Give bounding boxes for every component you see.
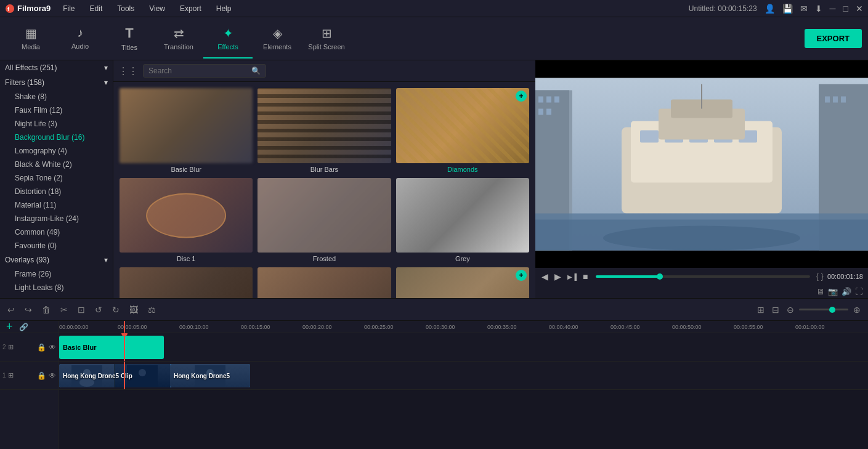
menu-export[interactable]: Export bbox=[177, 3, 204, 14]
tool-elements[interactable]: ◈ Elements bbox=[253, 18, 302, 59]
zoom-out-btn[interactable]: ⊕ bbox=[851, 304, 863, 316]
tool-effects[interactable]: ✦ Effects bbox=[203, 18, 253, 59]
ruler-45: 00:00:45:00 bbox=[610, 324, 640, 330]
message-icon[interactable]: ✉ bbox=[800, 4, 808, 14]
progress-bar[interactable] bbox=[596, 275, 810, 278]
track-1-lock-icon[interactable]: 🔒 bbox=[37, 371, 46, 380]
titles-icon: T bbox=[125, 25, 133, 41]
volume-btn[interactable]: 🔊 bbox=[842, 287, 851, 296]
effect-card-disc1[interactable]: Disc 1 bbox=[120, 178, 253, 263]
filter-shake[interactable]: Shake (8) bbox=[0, 90, 113, 103]
monitor-btn[interactable]: 🖥 bbox=[816, 287, 824, 296]
menu-file[interactable]: File bbox=[60, 3, 77, 14]
bracket-left[interactable]: { bbox=[816, 272, 819, 281]
track-1-eye-icon[interactable]: 👁 bbox=[49, 371, 56, 380]
tool-audio[interactable]: ♪ Audio bbox=[55, 18, 105, 59]
close-btn[interactable]: ✕ bbox=[856, 4, 863, 14]
maximize-btn[interactable]: □ bbox=[843, 4, 848, 14]
tool-titles[interactable]: T Titles bbox=[105, 18, 154, 59]
effect-card-blur-bars[interactable]: Blur Bars bbox=[258, 88, 391, 173]
filter-faux-film[interactable]: Faux Film (12) bbox=[0, 103, 113, 117]
effect-thumb-grey bbox=[396, 178, 529, 253]
menu-edit[interactable]: Edit bbox=[87, 3, 105, 14]
link-icon[interactable]: 🔗 bbox=[19, 323, 28, 331]
tool-transition[interactable]: ⇄ Transition bbox=[154, 18, 203, 59]
video-clip-2[interactable]: Hong Kong Drone5 bbox=[170, 364, 250, 387]
menu-view[interactable]: View bbox=[147, 3, 168, 14]
tool-media[interactable]: ▦ Media bbox=[6, 18, 55, 59]
redo2-btn[interactable]: ↻ bbox=[110, 304, 122, 316]
ruler-30: 00:00:30:00 bbox=[426, 324, 455, 330]
effect-clip-basic-blur[interactable]: Basic Blur bbox=[59, 336, 164, 359]
play-btn[interactable]: ▶ bbox=[553, 270, 562, 283]
save-icon[interactable]: 💾 bbox=[782, 4, 793, 14]
effect-card-7[interactable] bbox=[120, 267, 253, 298]
filters-header[interactable]: Filters (158) ▾ bbox=[0, 75, 113, 90]
overlay-frame[interactable]: Frame (26) bbox=[0, 267, 113, 281]
ruler-spacer: + 🔗 bbox=[0, 321, 59, 333]
redo-btn[interactable]: ↪ bbox=[22, 304, 34, 316]
next-frame-btn[interactable]: ▶▐ bbox=[566, 272, 578, 281]
track-2-lock-icon[interactable]: 🔒 bbox=[37, 343, 46, 352]
filter-favourite[interactable]: Favourite (0) bbox=[0, 239, 113, 253]
tracks-container: Basic Blur bbox=[59, 333, 868, 449]
grid-view-icon[interactable]: ⋮⋮ bbox=[118, 65, 138, 77]
add-overlay-btn[interactable]: ⊟ bbox=[769, 304, 782, 316]
stop-btn[interactable]: ■ bbox=[582, 270, 589, 283]
overlay-light-leaks[interactable]: Light Leaks (8) bbox=[0, 281, 113, 294]
filter-black-white[interactable]: Black & White (2) bbox=[0, 158, 113, 171]
account-icon[interactable]: 👤 bbox=[765, 4, 775, 14]
effect-card-diamonds[interactable]: + Diamonds bbox=[396, 88, 529, 173]
filter-night-life[interactable]: Night Life (3) bbox=[0, 117, 113, 131]
undo-btn[interactable]: ↩ bbox=[5, 304, 17, 316]
export-button[interactable]: EXPORT bbox=[805, 29, 862, 48]
effect-label-disc1: Disc 1 bbox=[120, 255, 253, 262]
toolbar: ▦ Media ♪ Audio T Titles ⇄ Transition ✦ … bbox=[0, 17, 868, 60]
remove-btn[interactable]: ⊖ bbox=[784, 304, 797, 316]
download-icon[interactable]: ⬇ bbox=[815, 4, 822, 14]
filter-material[interactable]: Material (11) bbox=[0, 198, 113, 212]
crop-btn[interactable]: ⊡ bbox=[75, 304, 87, 316]
effect-card-grey[interactable]: Grey bbox=[396, 178, 529, 263]
video-clip-1-label: Hong Kong Drone5 Clip bbox=[63, 373, 132, 379]
search-box[interactable]: 🔍 bbox=[143, 64, 266, 78]
tool-split-screen[interactable]: ⊞ Split Screen bbox=[302, 18, 351, 59]
undo2-btn[interactable]: ↺ bbox=[92, 304, 105, 316]
track-1-grid-icon: ⊞ bbox=[8, 371, 14, 379]
filter-common[interactable]: Common (49) bbox=[0, 225, 113, 239]
adjust-btn[interactable]: ⚖ bbox=[145, 304, 158, 316]
preview-controls: ◀ ▶ ▶▐ ■ { } 00:00:01:18 bbox=[535, 268, 868, 285]
cut-btn[interactable]: ✂ bbox=[58, 304, 70, 316]
screenshot-btn[interactable]: 📷 bbox=[828, 287, 838, 296]
delete-btn[interactable]: 🗑 bbox=[39, 304, 53, 316]
zoom-slider[interactable] bbox=[799, 309, 848, 310]
search-input[interactable] bbox=[148, 67, 248, 75]
effect-card-basic-blur[interactable]: Basic Blur bbox=[120, 88, 253, 173]
effect-card-9[interactable]: + bbox=[396, 267, 529, 298]
menu-tools[interactable]: Tools bbox=[115, 3, 137, 14]
filter-distortion[interactable]: Distortion (18) bbox=[0, 185, 113, 198]
filter-background-blur[interactable]: Background Blur (16) bbox=[0, 131, 113, 144]
menu-bar: f Filmora9 File Edit Tools View Export H… bbox=[0, 0, 868, 17]
effect-card-frosted[interactable]: Frosted bbox=[258, 178, 391, 263]
track-2-eye-icon[interactable]: 👁 bbox=[49, 343, 56, 352]
effect-card-8[interactable] bbox=[258, 267, 391, 298]
overlay-bokeh-blurs[interactable]: Bokeh Blurs (10) bbox=[0, 294, 113, 298]
track-2-grid-icon: ⊞ bbox=[8, 343, 14, 351]
filter-lomography[interactable]: Lomography (4) bbox=[0, 144, 113, 158]
minimize-btn[interactable]: ─ bbox=[830, 4, 836, 14]
fullscreen-btn[interactable]: ⛶ bbox=[855, 287, 863, 296]
filter-sepia-tone[interactable]: Sepia Tone (2) bbox=[0, 171, 113, 185]
add-track-btn[interactable]: + bbox=[2, 321, 17, 333]
snapshot-btn[interactable]: 🖼 bbox=[127, 304, 140, 316]
menu-help[interactable]: Help bbox=[214, 3, 234, 14]
all-effects-header[interactable]: All Effects (251) ▾ bbox=[0, 60, 113, 75]
zoom-in-btn[interactable]: ⊞ bbox=[755, 304, 767, 316]
prev-frame-btn[interactable]: ◀ bbox=[540, 270, 550, 283]
left-panel: All Effects (251) ▾ Filters (158) ▾ Shak… bbox=[0, 60, 113, 298]
svg-rect-16 bbox=[640, 131, 659, 143]
bracket-right[interactable]: } bbox=[821, 272, 824, 281]
overlays-header[interactable]: Overlays (93) ▾ bbox=[0, 253, 113, 267]
ruler-35: 00:00:35:00 bbox=[487, 324, 517, 330]
filter-instagram-like[interactable]: Instagram-Like (24) bbox=[0, 212, 113, 225]
